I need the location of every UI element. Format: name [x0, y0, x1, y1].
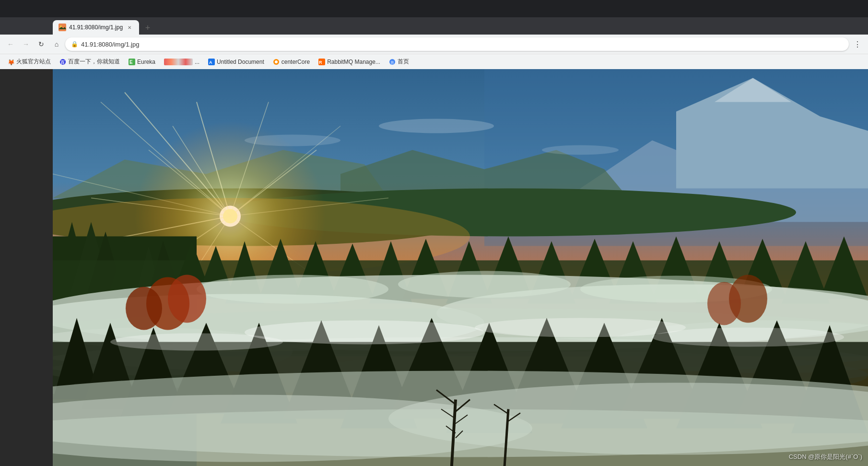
nav-bar: ← → ↻ ⌂ 🔒 41.91:8080/img/1.jpg ⋮: [0, 35, 868, 54]
svg-text:🦊: 🦊: [8, 59, 14, 65]
svg-text:百: 百: [60, 60, 65, 65]
tab-label: 41.91:8080/img/1.jpg: [69, 24, 123, 31]
bookmark-rabbitmq-label: RabbitMQ Manage...: [327, 59, 380, 65]
security-lock-icon: 🔒: [71, 41, 78, 48]
svg-point-115: [126, 287, 162, 330]
active-tab[interactable]: 41.91:8080/img/1.jpg ✕: [53, 20, 139, 35]
bookmark-baidu-label: 百度一下，你就知道: [68, 58, 120, 66]
svg-point-12: [275, 60, 278, 63]
bookmark-huo-hu[interactable]: 🦊 火狐官方站点: [4, 56, 55, 68]
watermark: CSDN @原你是阳光(#`O`): [789, 453, 862, 461]
forward-button[interactable]: →: [19, 37, 33, 51]
title-bar: [0, 0, 868, 17]
svg-point-120: [110, 334, 283, 351]
address-bar[interactable]: 🔒 41.91:8080/img/1.jpg: [65, 37, 849, 51]
tab-close-button[interactable]: ✕: [126, 24, 133, 31]
bookmark-home-label: 首页: [398, 58, 409, 66]
svg-point-102: [53, 409, 868, 466]
bookmark-huhu-label: 火狐官方站点: [16, 58, 51, 66]
svg-point-114: [168, 275, 206, 323]
svg-text:R: R: [319, 60, 322, 65]
bookmark-centercore[interactable]: centerCore: [269, 57, 314, 67]
content-area: CSDN @原你是阳光(#`O`): [0, 69, 868, 466]
bookmark-favicon-blurred: [164, 59, 193, 65]
svg-text:A: A: [209, 60, 212, 65]
svg-text:首: 首: [390, 60, 394, 65]
bookmark-eureka-label: Eureka: [137, 59, 155, 65]
bookmark-home[interactable]: 首 首页: [385, 56, 413, 68]
svg-rect-0: [59, 24, 66, 31]
svg-point-122: [379, 119, 494, 133]
bookmark-favicon-rabbitmq: R: [318, 59, 325, 65]
bookmark-baidu[interactable]: 百 百度一下，你就知道: [56, 56, 124, 68]
svg-point-80: [197, 275, 388, 304]
tab-favicon: [59, 24, 66, 31]
svg-point-119: [475, 318, 686, 337]
bookmark-favicon-eureka: E: [129, 59, 135, 65]
bookmark-favicon-huhu: 🦊: [8, 59, 14, 65]
bookmark-untitled[interactable]: A Untitled Document: [204, 57, 268, 67]
bookmark-blurred[interactable]: ...: [160, 57, 203, 67]
back-button[interactable]: ←: [4, 37, 17, 51]
svg-point-124: [245, 135, 340, 146]
bookmark-favicon-home: 首: [389, 59, 396, 65]
svg-text:E: E: [129, 60, 133, 65]
browser-frame: 41.91:8080/img/1.jpg ✕ + ← → ↻ ⌂ 🔒 41.91…: [0, 0, 868, 466]
reload-button[interactable]: ↻: [35, 37, 48, 51]
bookmark-favicon-baidu: 百: [59, 59, 66, 65]
new-tab-button[interactable]: +: [141, 21, 154, 35]
tabs-bar: 41.91:8080/img/1.jpg ✕ +: [0, 17, 868, 35]
svg-point-117: [707, 282, 741, 325]
landscape-svg: [53, 69, 868, 466]
svg-point-81: [398, 271, 571, 298]
bookmarks-bar: 🦊 火狐官方站点 百 百度一下，你就知道 E Eureka: [0, 54, 868, 69]
bookmark-centercore-label: centerCore: [282, 59, 310, 65]
menu-button[interactable]: ⋮: [851, 37, 864, 51]
bookmark-blurred-label: ...: [195, 59, 199, 65]
bookmark-favicon-centercore: [273, 59, 280, 65]
address-text: 41.91:8080/img/1.jpg: [81, 41, 843, 48]
bookmark-rabbitmq[interactable]: R RabbitMQ Manage...: [315, 57, 384, 67]
home-button[interactable]: ⌂: [50, 37, 63, 51]
svg-point-121: [652, 328, 844, 347]
bookmark-eureka[interactable]: E Eureka: [125, 57, 159, 67]
svg-point-123: [542, 145, 619, 155]
bookmark-untitled-label: Untitled Document: [217, 59, 264, 65]
watermark-text: CSDN @原你是阳光(#`O`): [789, 453, 862, 460]
bookmark-favicon-untitled: A: [208, 59, 215, 65]
image-display-area: CSDN @原你是阳光(#`O`): [53, 69, 868, 466]
left-sidebar: [0, 69, 53, 466]
